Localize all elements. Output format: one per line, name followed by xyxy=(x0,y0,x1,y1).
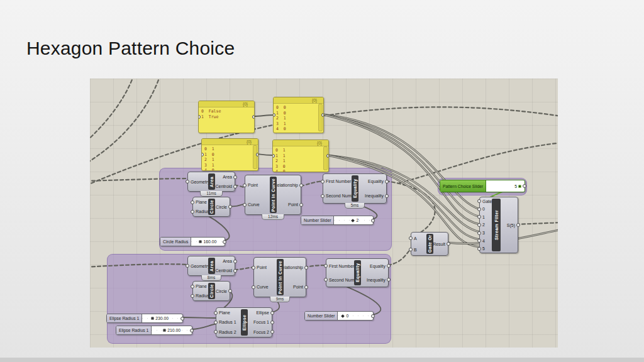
input-port[interactable] xyxy=(477,207,481,211)
input-port[interactable] xyxy=(191,210,194,214)
output-port[interactable] xyxy=(228,289,232,293)
panel-scrollbar[interactable] xyxy=(318,104,323,131)
output-port[interactable] xyxy=(371,219,375,222)
input-port[interactable] xyxy=(186,180,189,184)
input-port[interactable] xyxy=(191,294,194,298)
panel-values-3[interactable]: {0} 0 11 12 13 04 0 xyxy=(272,140,329,172)
component-name: Stream Filter xyxy=(492,199,501,251)
output-port[interactable] xyxy=(180,317,184,321)
param-label: 2 xyxy=(482,222,485,227)
number-slider-2[interactable]: Number Slider 0 xyxy=(304,311,374,321)
output-port[interactable] xyxy=(326,154,329,158)
input-port[interactable] xyxy=(321,180,325,184)
equality-component[interactable]: First Number Second Number Equality Equa… xyxy=(323,173,386,209)
output-port[interactable] xyxy=(371,314,375,318)
input-port[interactable] xyxy=(191,200,194,204)
gate-or-component[interactable]: A B Gate Or Result xyxy=(411,232,448,256)
output-port[interactable] xyxy=(447,242,450,246)
panel-row: 3 1 xyxy=(204,163,258,168)
output-port[interactable] xyxy=(233,269,237,273)
slider-grip[interactable] xyxy=(151,317,154,320)
output-port[interactable] xyxy=(233,185,237,189)
pattern-choice-slider[interactable]: Pattern Choice Slider 5 xyxy=(440,180,525,192)
output-port[interactable] xyxy=(385,194,389,198)
panel-true-false[interactable]: {0} 0 False1 True xyxy=(198,101,255,133)
grasshopper-canvas[interactable]: {0} 0 False1 True {0} 0 01 02 13 14 0 {0… xyxy=(90,79,558,348)
input-port[interactable] xyxy=(409,248,413,251)
panel-values-2[interactable]: {0} 0 11 02 13 14 0 xyxy=(201,138,258,171)
input-port[interactable] xyxy=(477,247,481,251)
slider-value: 5 xyxy=(514,184,517,189)
ellipse-radius-slider-1[interactable]: Elipse Radius 1 230.00 xyxy=(106,314,183,323)
output-port[interactable] xyxy=(233,260,237,263)
output-port[interactable] xyxy=(387,264,391,268)
output-port[interactable] xyxy=(228,205,232,209)
circle-component[interactable]: Plane Radius Circle Circle xyxy=(193,197,230,217)
input-port[interactable] xyxy=(477,199,481,203)
stream-filter-component[interactable]: Gate 0 1 2 3 4 5 Stream Filter S(5) xyxy=(480,197,518,253)
param-label: Geometry xyxy=(191,180,210,184)
input-port[interactable] xyxy=(191,285,194,288)
input-port[interactable] xyxy=(252,266,255,270)
output-port[interactable] xyxy=(516,223,520,227)
panel-scrollbar[interactable] xyxy=(253,145,257,169)
param-label: A xyxy=(414,236,417,241)
slider-grip[interactable] xyxy=(341,314,345,318)
input-port[interactable] xyxy=(477,223,481,227)
input-port[interactable] xyxy=(321,194,325,198)
output-port[interactable] xyxy=(233,175,237,179)
output-port[interactable] xyxy=(321,113,324,117)
param-label: Inequality xyxy=(365,194,384,198)
slider-label: Number Slider xyxy=(305,312,338,320)
slider-grip[interactable] xyxy=(518,185,521,188)
panel-row: 0 0 xyxy=(276,105,323,111)
output-port[interactable] xyxy=(270,321,274,324)
slider-grip[interactable] xyxy=(199,240,202,243)
output-port[interactable] xyxy=(387,278,391,282)
input-port[interactable] xyxy=(243,203,247,207)
input-port[interactable] xyxy=(214,311,218,315)
output-port[interactable] xyxy=(190,329,194,332)
output-port[interactable] xyxy=(252,115,255,119)
input-port[interactable] xyxy=(477,231,481,235)
area-component[interactable]: Geometry Area Area Centroid 8ms xyxy=(188,256,235,281)
output-port[interactable] xyxy=(223,240,226,244)
point-in-curve-component[interactable]: Point Curve Point In Curve Relationship … xyxy=(245,175,301,220)
slider-grip[interactable] xyxy=(163,329,166,332)
output-port[interactable] xyxy=(270,311,274,315)
output-port[interactable] xyxy=(304,285,308,289)
output-port[interactable] xyxy=(256,153,258,156)
input-port[interactable] xyxy=(477,215,481,219)
input-port[interactable] xyxy=(477,239,481,243)
circle-component[interactable]: Plane Radius Circle Circle xyxy=(193,281,230,301)
component-name: Point In Curve xyxy=(277,259,284,295)
output-port[interactable] xyxy=(385,180,389,184)
input-port[interactable] xyxy=(324,278,328,282)
ellipse-radius-slider-2[interactable]: Elipse Radius 1 210.00 xyxy=(116,326,192,335)
param-label: 1 xyxy=(482,215,485,219)
input-port[interactable] xyxy=(252,285,255,289)
number-slider-1[interactable]: Number Slider 2 xyxy=(301,216,374,225)
panel-scrollbar[interactable] xyxy=(323,146,328,170)
ellipse-component[interactable]: Plane Radius 1 Radius 2 Ellipse Ellipse … xyxy=(216,307,272,337)
input-port[interactable] xyxy=(186,264,189,268)
param-label: Result xyxy=(433,242,445,246)
point-in-curve-component[interactable]: Point Curve Point In Curve Relationship … xyxy=(254,257,306,302)
output-port[interactable] xyxy=(304,266,308,270)
param-label: Curve xyxy=(248,202,260,207)
circle-radius-slider[interactable]: Circle Radius 160.00 xyxy=(160,237,225,246)
area-component[interactable]: Geometry Area Area Centroid 11ms xyxy=(188,172,235,197)
output-port[interactable] xyxy=(523,184,526,188)
input-port[interactable] xyxy=(409,236,413,240)
input-port[interactable] xyxy=(214,321,218,324)
input-port[interactable] xyxy=(243,184,247,187)
input-port[interactable] xyxy=(214,330,218,334)
profiler-time: 12ms xyxy=(262,214,284,220)
panel-values-1[interactable]: {0} 0 01 02 13 14 0 xyxy=(273,97,324,133)
slider-grip[interactable] xyxy=(352,219,355,222)
equality-component[interactable]: First Number Second Number Equality Equa… xyxy=(326,258,388,287)
input-port[interactable] xyxy=(324,264,328,268)
output-port[interactable] xyxy=(299,203,303,207)
panel-row: 4 0 xyxy=(275,169,328,172)
output-port[interactable] xyxy=(299,184,303,187)
